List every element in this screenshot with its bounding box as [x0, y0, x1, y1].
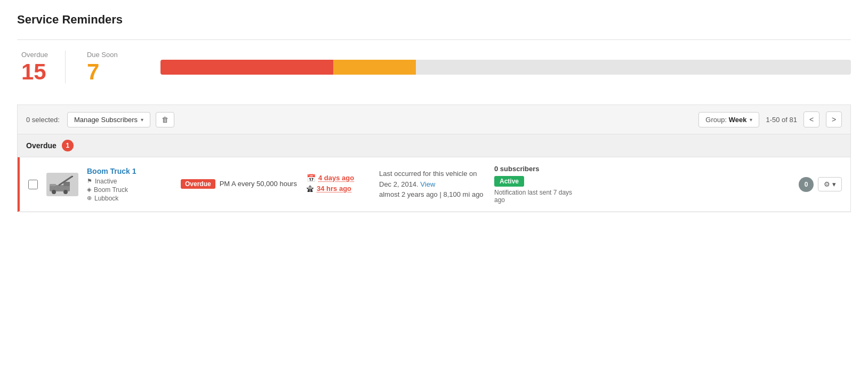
progress-bar [160, 60, 851, 75]
svg-rect-6 [50, 184, 56, 186]
manage-subscribers-button[interactable]: Manage Subscribers ▾ [67, 112, 150, 127]
vehicle-name-link[interactable]: Boom Truck 1 [87, 167, 172, 175]
due-info: 📅 4 days ago 🛣 34 hrs ago [307, 174, 371, 195]
vehicle-type-item: ◈ Boom Truck [87, 186, 172, 194]
row-checkbox[interactable] [28, 180, 38, 189]
progress-orange [333, 60, 416, 75]
vehicle-type-label: Boom Truck [94, 186, 128, 194]
location-item: ⊕ Lubbock [87, 195, 172, 202]
truck-image [49, 174, 76, 195]
duesoon-stat-block: Due Soon 7 [83, 51, 135, 83]
duesoon-value: 7 [87, 61, 118, 83]
status-item: ⚑ Inactive [87, 178, 172, 185]
group-prefix: Group: Week [705, 116, 746, 124]
overdue-value: 15 [21, 61, 48, 83]
tag-icon: ◈ [87, 186, 91, 193]
delete-button[interactable]: 🗑 [156, 112, 174, 127]
road-icon: 🛣 [307, 185, 314, 193]
pagination-info: 1-50 of 81 [766, 116, 797, 124]
table-row: Boom Truck 1 ⚑ Inactive ◈ Boom Truck ⊕ L… [18, 157, 850, 212]
delete-icon: 🗑 [162, 116, 168, 124]
table-container: Boom Truck 1 ⚑ Inactive ◈ Boom Truck ⊕ L… [17, 157, 851, 212]
circle-count-badge: 0 [799, 177, 814, 192]
toolbar-right: Group: Week ▾ 1-50 of 81 < > [698, 111, 842, 127]
svg-point-2 [52, 190, 56, 194]
subscribers-count: 0 subscribers [494, 165, 580, 173]
manage-subscribers-chevron-icon: ▾ [141, 117, 143, 123]
active-badge: Active [494, 176, 524, 187]
next-page-button[interactable]: > [826, 111, 842, 127]
page-title: Service Reminders [17, 13, 851, 27]
vehicle-info: Boom Truck 1 ⚑ Inactive ◈ Boom Truck ⊕ L… [87, 167, 172, 202]
settings-chevron-icon: ▾ [832, 180, 836, 188]
prev-page-button[interactable]: < [803, 111, 819, 127]
notification-text: Notification last sent 7 days ago [494, 189, 580, 204]
toolbar: 0 selected: Manage Subscribers ▾ 🗑 Group… [17, 105, 851, 134]
due-days-item: 📅 4 days ago [307, 174, 371, 182]
settings-button[interactable]: ⚙ ▾ [818, 177, 842, 191]
row-right-controls: 0 ⚙ ▾ [799, 177, 842, 192]
group-value: Week [729, 116, 747, 124]
group-dropdown[interactable]: Group: Week ▾ [698, 112, 759, 127]
prev-icon: < [809, 115, 814, 124]
view-link[interactable]: View [420, 180, 435, 188]
overdue-stat-block: Overdue 15 [17, 51, 66, 83]
group-chevron-icon: ▾ [750, 117, 752, 123]
due-days-text: 4 days ago [318, 174, 354, 182]
vehicle-thumbnail [46, 173, 78, 196]
due-hrs-item: 🛣 34 hrs ago [307, 185, 371, 193]
duesoon-label: Due Soon [87, 51, 118, 59]
status-label: Inactive [95, 178, 117, 185]
service-description: PM A every 50,000 hours [220, 179, 297, 189]
location-label: Lubbock [94, 195, 118, 202]
overdue-badge: Overdue [181, 179, 215, 189]
subscribers-info: 0 subscribers Active Notification last s… [494, 165, 580, 204]
overdue-count-badge: 1 [62, 140, 74, 151]
selected-count-label: 0 selected: [26, 116, 60, 124]
last-occurred: Last occurred for this vehicle on Dec 2,… [379, 169, 486, 200]
overdue-label: Overdue [21, 51, 48, 59]
toolbar-left: 0 selected: Manage Subscribers ▾ 🗑 [26, 112, 174, 127]
calendar-icon: 📅 [307, 174, 316, 182]
service-info: Overdue PM A every 50,000 hours [181, 179, 298, 189]
flag-icon: ⚑ [87, 178, 92, 185]
gear-icon: ⚙ [824, 180, 830, 188]
page-container: Service Reminders Overdue 15 Due Soon 7 … [0, 0, 868, 385]
section-header: Overdue 1 [17, 134, 851, 157]
location-icon: ⊕ [87, 195, 92, 202]
vehicle-meta: ⚑ Inactive ◈ Boom Truck ⊕ Lubbock [87, 178, 172, 202]
stats-bar: Overdue 15 Due Soon 7 [17, 39, 851, 94]
progress-red [160, 60, 333, 75]
svg-point-3 [63, 190, 68, 194]
manage-subscribers-label: Manage Subscribers [74, 116, 138, 124]
due-hrs-text: 34 hrs ago [317, 185, 351, 192]
section-title: Overdue [26, 141, 57, 150]
last-meta-text: almost 2 years ago | 8,100 mi ago [379, 190, 484, 198]
next-icon: > [832, 115, 836, 124]
